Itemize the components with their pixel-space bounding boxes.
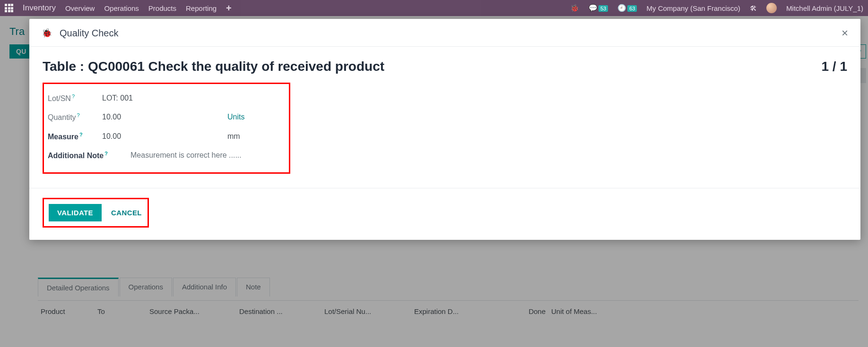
nav-products[interactable]: Products	[148, 4, 176, 12]
avatar[interactable]	[766, 3, 777, 13]
bug-icon[interactable]: 🐞	[570, 4, 579, 12]
company-switch[interactable]: My Company (San Francisco)	[646, 4, 740, 12]
wrench-icon[interactable]: 🛠	[750, 4, 757, 12]
app-brand[interactable]: Inventory	[23, 3, 56, 13]
activities-icon[interactable]: 🕘63	[617, 4, 637, 12]
nav-overview[interactable]: Overview	[65, 4, 95, 12]
user-menu[interactable]: Mitchell Admin (JULY_1)	[786, 4, 863, 12]
nav-reporting[interactable]: Reporting	[186, 4, 217, 12]
nav-operations[interactable]: Operations	[104, 4, 139, 12]
plus-icon[interactable]: +	[226, 3, 232, 14]
apps-icon[interactable]	[5, 4, 13, 12]
messages-icon[interactable]: 💬53	[589, 4, 608, 12]
top-navbar: Inventory Overview Operations Products R…	[0, 0, 868, 16]
